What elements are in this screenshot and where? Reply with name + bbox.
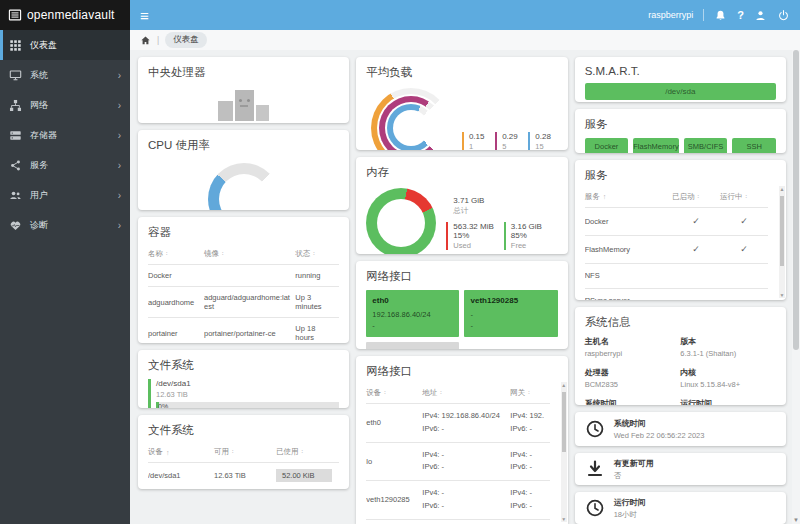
sidebar-item-label: 系统 [30, 69, 48, 82]
openmediavault-dashboard: openmediavault ≡ raspberrypi ? [0, 0, 800, 524]
column-header[interactable]: 状态∶ [295, 249, 339, 259]
interface-box-eth0[interactable]: eth0 192.168.86.40/24 - [366, 290, 459, 337]
service-badge-ssh[interactable]: SSH [732, 138, 776, 152]
table-row[interactable]: adguardhome adguard/adguardhome:latest U… [148, 286, 339, 317]
load-average-card: 平均负载 0.15 1 min 0.29 5 m [356, 57, 567, 150]
table-row[interactable]: Docker ✓ ✓ [585, 207, 768, 235]
help-icon[interactable]: ? [737, 9, 744, 21]
table-row[interactable]: Docker running [148, 264, 339, 286]
card-title: 服务 [585, 117, 776, 132]
user-menu-icon[interactable] [754, 9, 767, 22]
interface-box-veth1290285[interactable]: veth1290285 - - [464, 290, 557, 337]
memory-used-legend: 563.32 MiB 15% Used [446, 222, 493, 250]
card-title: 平均负载 [366, 65, 557, 80]
topbar: ≡ raspberrypi ? [130, 0, 800, 30]
smart-device-status[interactable]: /dev/sda [585, 83, 776, 100]
sidebar-item-services[interactable]: 服务 › [0, 150, 130, 180]
memory-card: 内存 3.71 GiB 总计 563.32 MiB 15% [356, 157, 567, 254]
dashboard-icon [9, 39, 22, 52]
load-average-gauge [370, 88, 452, 150]
column-header[interactable]: 可用∶ [214, 447, 276, 457]
table-row[interactable]: veth1290285 IPv4: -IPv6: - IPv4: -IPv6: … [366, 480, 549, 519]
check-icon: ✓ [720, 244, 768, 254]
network-interfaces-table-card: 网络接口 设备∶ 地址∶ 网关∶ eth0 IPv4: 192.168.86.4… [356, 356, 567, 524]
chevron-right-icon: › [118, 160, 121, 171]
column-header-sorted[interactable]: 服务↑ [585, 192, 672, 202]
sidebar-nav: 仪表盘 系统 › 网络 › 存储器 › 服务 [0, 30, 130, 524]
table-row[interactable]: portainer portainer/portainer-ce Up 18 h… [148, 317, 339, 343]
table-row[interactable]: FlashMemory ✓ ✓ [585, 235, 768, 263]
menu-toggle-button[interactable]: ≡ [140, 8, 149, 23]
column-header[interactable]: 运行中∶ [720, 192, 768, 202]
app-logo[interactable]: openmediavault [0, 0, 130, 30]
sort-asc-icon: ↑ [603, 193, 607, 200]
check-icon: ✓ [720, 216, 768, 226]
card-mini-title: 有更新可用 [614, 458, 654, 469]
memory-total-value: 3.71 GiB [453, 196, 542, 205]
sidebar-item-label: 服务 [30, 159, 48, 172]
column-header[interactable]: 设备∶ [366, 388, 422, 398]
sidebar-item-network[interactable]: 网络 › [0, 90, 130, 120]
network-interfaces-status-card: 网络接口 eth0 192.168.86.40/24 - veth1290285… [356, 261, 567, 349]
sysinfo-system-time: 系统时间 Wed Feb 22 06:56:22 2023 [585, 398, 681, 405]
table-row[interactable]: /dev/sda1 12.63 TiB 52.00 KiB [148, 462, 339, 488]
chevron-right-icon: › [118, 130, 121, 141]
filesystem-usage-item: /dev/sda1 12.63 TiB 0% [148, 379, 339, 408]
legend-item-1min: 0.15 1 min [462, 132, 487, 150]
updates-available-card: 有更新可用 否 [575, 453, 786, 485]
table-row[interactable]: lo IPv4: -IPv6: - IPv4: -IPv6: - [366, 442, 549, 481]
column-header-sorted[interactable]: 设备↑ [148, 447, 214, 457]
sidebar-item-storage[interactable]: 存储器 › [0, 120, 130, 150]
containers-table: 名称∶ 镜像∶ 状态∶ Docker running adguardhome a… [148, 246, 339, 343]
filesystem-progress-bar: 0% [156, 402, 339, 408]
service-badge-smbcifs[interactable]: SMB/CIFS [684, 138, 728, 152]
column-header[interactable]: 已启动∶ [672, 192, 720, 202]
chevron-right-icon: › [118, 70, 121, 81]
sidebar-item-system[interactable]: 系统 › [0, 60, 130, 90]
network-interfaces-table: 设备∶ 地址∶ 网关∶ eth0 IPv4: 192.168.86.40/24I… [366, 385, 557, 524]
sysinfo-kernel: 内核 Linux 5.15.84-v8+ [680, 367, 776, 389]
table-scrollbar[interactable]: ▲ ▼ [779, 186, 785, 298]
column-header[interactable]: 网关∶ [510, 388, 549, 398]
sysinfo-uptime: 运行时间 18小时 [680, 398, 776, 405]
filesystem-device: /dev/sda1 [156, 379, 339, 388]
hostname-label: raspberrypi [648, 10, 693, 20]
table-scrollbar[interactable]: ▲ ▼ [561, 382, 567, 522]
table-row[interactable]: NFS [585, 263, 768, 288]
sidebar-item-users[interactable]: 用户 › [0, 180, 130, 210]
card-title: 容器 [148, 225, 339, 240]
interface-box-wlan0[interactable]: wlan0 - - [366, 342, 459, 350]
sort-asc-icon: ↑ [166, 449, 170, 456]
table-row[interactable]: eth0 IPv4: 192.168.86.40/24IPv6: - IPv4:… [366, 403, 549, 442]
column-header[interactable]: 地址∶ [422, 388, 510, 398]
logo-text: openmediavault [27, 8, 115, 22]
card-title: CPU 使用率 [148, 138, 339, 153]
containers-card: 容器 名称∶ 镜像∶ 状态∶ Docker running adguardhom… [138, 217, 349, 343]
power-icon[interactable] [777, 9, 790, 22]
service-badge-flashmemory[interactable]: FlashMemory [633, 138, 678, 152]
sidebar-item-diagnostics[interactable]: 诊断 › [0, 210, 130, 240]
sysinfo-hostname: 主机名 raspberrypi [585, 336, 681, 358]
chevron-right-icon: › [118, 190, 121, 201]
column-3: S.M.A.R.T. /dev/sda 服务 Docker FlashMemor… [575, 57, 786, 524]
notifications-bell-icon[interactable] [714, 9, 727, 22]
table-row[interactable]: RSync server [585, 288, 768, 300]
column-header[interactable]: 已使用∶ [276, 447, 339, 457]
home-icon[interactable] [140, 35, 151, 46]
breadcrumb-current[interactable]: 仪表盘 [165, 32, 207, 48]
services-table-card: 服务 服务↑ 已启动∶ 运行中∶ Docker ✓ ✓ FlashMemory [575, 160, 786, 300]
memory-legend: 3.71 GiB 总计 563.32 MiB 15% Used 3.16 GiB [446, 196, 542, 250]
cpu-chip-icon [148, 86, 339, 123]
column-header[interactable]: 名称∶ [148, 249, 204, 259]
filesystem-table-card: 文件系统 设备↑ 可用∶ 已使用∶ /dev/sda1 12.63 TiB 52… [138, 415, 349, 489]
sidebar-item-label: 仪表盘 [30, 39, 57, 52]
service-badge-docker[interactable]: Docker [585, 138, 629, 152]
check-icon: ✓ [672, 216, 720, 226]
card-mini-title: 系统时间 [614, 418, 705, 429]
page-scrollbar[interactable]: ▼ [792, 50, 800, 524]
table-row[interactable]: wlan0 IPv4: -IPv6: - IPv4: -IPv6: - [366, 519, 549, 524]
chevron-right-icon: › [118, 220, 121, 231]
clock-icon [585, 498, 605, 518]
sidebar-item-dashboard[interactable]: 仪表盘 [0, 30, 130, 60]
column-header[interactable]: 镜像∶ [204, 249, 295, 259]
